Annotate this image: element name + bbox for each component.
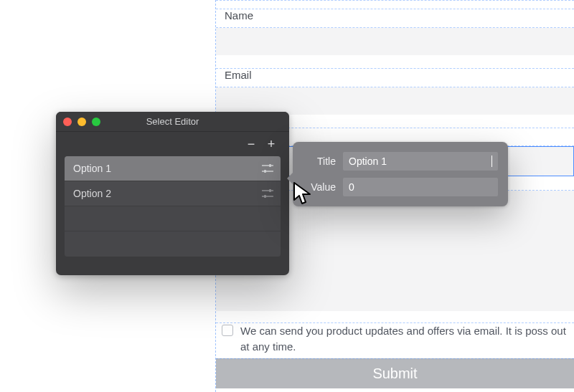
consent-checkbox[interactable] — [222, 325, 233, 336]
name-input[interactable] — [216, 28, 574, 55]
title-input[interactable]: Option 1 — [343, 152, 498, 171]
remove-option-button[interactable]: − — [246, 138, 256, 150]
value-input[interactable]: 0 — [343, 178, 498, 196]
value-field-label: Value — [297, 181, 336, 193]
minimize-icon[interactable] — [77, 118, 86, 126]
window-controls — [63, 118, 100, 126]
close-icon[interactable] — [63, 118, 72, 126]
sliders-icon — [262, 188, 273, 199]
value-input-value: 0 — [349, 181, 492, 193]
option-row[interactable]: Option 2 — [65, 181, 281, 206]
option-label: Option 2 — [73, 188, 111, 199]
option-settings-button[interactable] — [262, 163, 273, 173]
option-edit-popover: Title Option 1 Value 0 — [293, 142, 508, 206]
zoom-icon[interactable] — [92, 118, 100, 126]
option-label: Option 1 — [73, 163, 111, 174]
svg-rect-2 — [269, 164, 271, 167]
svg-rect-3 — [264, 170, 266, 173]
options-list: Option 1 Option 2 — [65, 156, 281, 257]
email-input[interactable] — [216, 87, 574, 115]
name-label: Name — [216, 9, 574, 21]
svg-rect-7 — [264, 195, 266, 198]
add-option-button[interactable]: + — [266, 138, 276, 150]
submit-label: Submit — [372, 365, 417, 382]
submit-button[interactable]: Submit — [216, 358, 574, 388]
select-editor-panel: Select Editor − + Option 1 Option 2 — [56, 112, 289, 275]
svg-rect-6 — [269, 189, 271, 192]
option-settings-button[interactable] — [262, 188, 273, 199]
panel-toolbar: − + — [65, 132, 281, 156]
title-input-value: Option 1 — [349, 156, 491, 167]
option-row[interactable]: Option 1 — [65, 156, 281, 181]
sliders-icon — [262, 163, 273, 173]
email-label: Email — [216, 69, 574, 81]
option-row-empty — [65, 206, 281, 231]
title-field-label: Title — [297, 156, 336, 167]
option-row-empty — [65, 231, 281, 257]
consent-text: We can send you product updates and offe… — [240, 323, 568, 355]
titlebar[interactable]: Select Editor — [56, 112, 289, 132]
text-caret — [491, 156, 492, 167]
